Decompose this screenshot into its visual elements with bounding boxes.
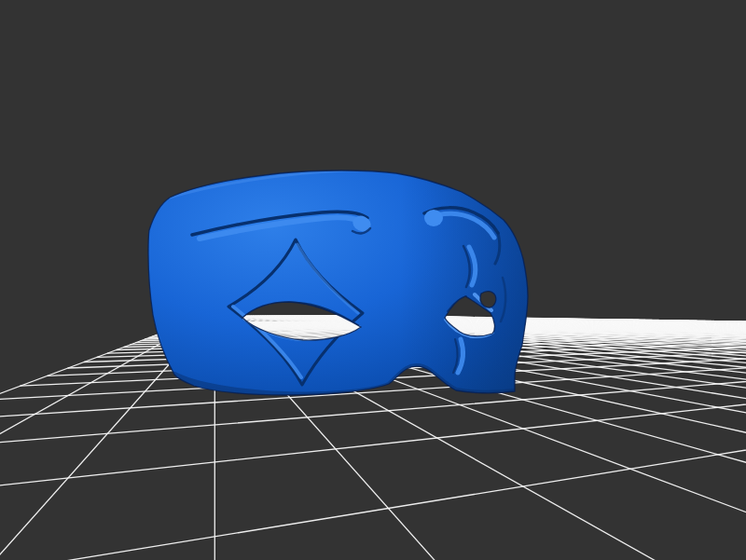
scene-canvas — [0, 0, 746, 560]
viewport-3d[interactable] — [0, 0, 746, 560]
right-brow-bulb — [424, 210, 443, 226]
mask-model[interactable] — [140, 163, 541, 405]
mask-surface — [140, 163, 541, 405]
